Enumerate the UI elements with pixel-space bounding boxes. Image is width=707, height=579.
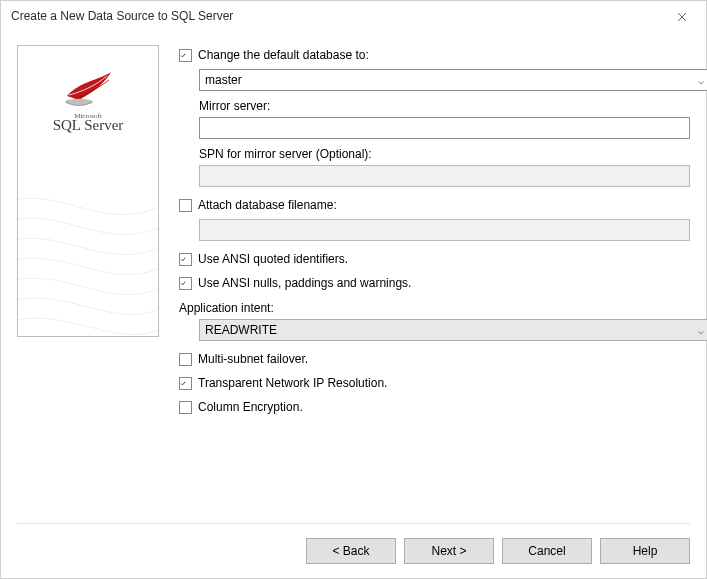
close-icon: [677, 12, 687, 22]
intent-combo[interactable]: READWRITE ⌵: [199, 319, 707, 341]
multi-subnet-label: Multi-subnet failover.: [198, 352, 308, 366]
ansi-quoted-label: Use ANSI quoted identifiers.: [198, 252, 348, 266]
help-button[interactable]: Help: [600, 538, 690, 564]
col-enc-label: Column Encryption.: [198, 400, 303, 414]
checkmark-icon: [180, 254, 186, 265]
button-row: < Back Next > Cancel Help: [17, 538, 690, 564]
form-area: Change the default database to: master ⌵…: [179, 45, 690, 523]
tnir-label: Transparent Network IP Resolution.: [198, 376, 387, 390]
spn-label: SPN for mirror server (Optional):: [199, 147, 690, 161]
default-db-combo[interactable]: master ⌵: [199, 69, 707, 91]
checkmark-icon: [180, 378, 186, 389]
footer: < Back Next > Cancel Help: [1, 523, 706, 578]
brand-name: SQL Server: [53, 117, 124, 133]
mirror-input[interactable]: [199, 117, 690, 139]
cancel-button[interactable]: Cancel: [502, 538, 592, 564]
dialog-window: Create a New Data Source to SQL Server: [0, 0, 707, 579]
intent-value: READWRITE: [205, 323, 277, 337]
next-button[interactable]: Next >: [404, 538, 494, 564]
sqlserver-logo: Microsoft SQL Server: [18, 60, 158, 134]
svg-point-1: [65, 99, 93, 105]
col-enc-checkbox[interactable]: [179, 401, 192, 414]
content-area: Microsoft SQL Server Change the default …: [1, 31, 706, 523]
chevron-down-icon: ⌵: [698, 325, 704, 336]
chevron-down-icon: ⌵: [698, 75, 704, 86]
change-db-checkbox[interactable]: [179, 49, 192, 62]
back-button[interactable]: < Back: [306, 538, 396, 564]
attach-input: [199, 219, 690, 241]
default-db-value: master: [205, 73, 242, 87]
checkmark-icon: [180, 278, 186, 289]
ansi-quoted-checkbox[interactable]: [179, 253, 192, 266]
tnir-checkbox[interactable]: [179, 377, 192, 390]
change-db-label: Change the default database to:: [198, 48, 369, 62]
intent-label: Application intent:: [179, 301, 690, 315]
separator: [17, 523, 690, 524]
sidebar-banner: Microsoft SQL Server: [17, 45, 159, 337]
window-title: Create a New Data Source to SQL Server: [11, 9, 233, 23]
ansi-nulls-label: Use ANSI nulls, paddings and warnings.: [198, 276, 411, 290]
attach-label: Attach database filename:: [198, 198, 337, 212]
close-button[interactable]: [666, 7, 698, 27]
attach-checkbox[interactable]: [179, 199, 192, 212]
multi-subnet-checkbox[interactable]: [179, 353, 192, 366]
checkmark-icon: [180, 50, 186, 61]
mirror-label: Mirror server:: [199, 99, 690, 113]
spn-input: [199, 165, 690, 187]
ansi-nulls-checkbox[interactable]: [179, 277, 192, 290]
titlebar: Create a New Data Source to SQL Server: [1, 1, 706, 31]
sqlserver-logo-icon: [59, 60, 117, 108]
